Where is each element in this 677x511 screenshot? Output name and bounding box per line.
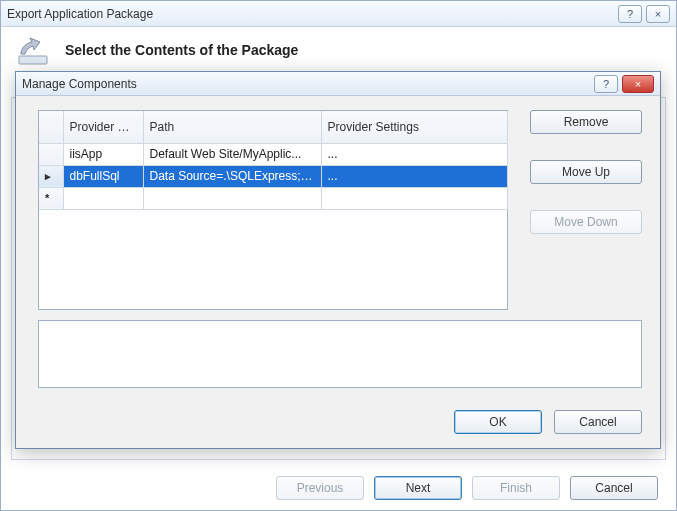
ok-button[interactable]: OK bbox=[454, 410, 542, 434]
outer-close-button[interactable]: × bbox=[646, 5, 670, 23]
next-button[interactable]: Next bbox=[374, 476, 462, 500]
cell-path[interactable]: Data Source=.\SQLExpress;Dat bbox=[143, 165, 321, 187]
svg-rect-0 bbox=[19, 56, 47, 64]
move-down-button: Move Down bbox=[530, 210, 642, 234]
finish-button: Finish bbox=[472, 476, 560, 500]
previous-button: Previous bbox=[276, 476, 364, 500]
col-provider-name[interactable]: Provider Name bbox=[63, 111, 143, 143]
table-row[interactable]: ▸ dbFullSql Data Source=.\SQLExpress;Dat… bbox=[39, 165, 507, 187]
table-row[interactable]: iisApp Default Web Site/MyApplic... ... bbox=[39, 143, 507, 165]
table-new-row[interactable]: * bbox=[39, 187, 507, 209]
cell-path[interactable] bbox=[143, 187, 321, 209]
dialog-footer-buttons: OK Cancel bbox=[454, 410, 642, 434]
inner-help-button[interactable]: ? bbox=[594, 75, 618, 93]
cell-settings[interactable]: ... bbox=[321, 143, 507, 165]
new-row-marker[interactable]: * bbox=[39, 187, 63, 209]
cell-provider[interactable]: dbFullSql bbox=[63, 165, 143, 187]
manage-components-dialog: Manage Components ? × Provider Name Path… bbox=[15, 71, 661, 449]
wizard-header: Select the Contents of the Package bbox=[1, 27, 676, 72]
cell-provider[interactable]: iisApp bbox=[63, 143, 143, 165]
inner-dialog-title: Manage Components bbox=[22, 77, 590, 91]
outer-window-title: Export Application Package bbox=[7, 7, 614, 21]
cell-settings[interactable]: ... bbox=[321, 165, 507, 187]
outer-titlebar: Export Application Package ? × bbox=[1, 1, 676, 27]
inner-close-button[interactable]: × bbox=[622, 75, 654, 93]
wizard-heading: Select the Contents of the Package bbox=[65, 42, 298, 58]
grid-action-buttons: Remove Move Up Move Down bbox=[530, 110, 642, 234]
col-path[interactable]: Path bbox=[143, 111, 321, 143]
move-up-button[interactable]: Move Up bbox=[530, 160, 642, 184]
outer-help-button[interactable]: ? bbox=[618, 5, 642, 23]
remove-button[interactable]: Remove bbox=[530, 110, 642, 134]
export-package-window: Export Application Package ? × Select th… bbox=[0, 0, 677, 511]
row-header[interactable] bbox=[39, 143, 63, 165]
cell-path[interactable]: Default Web Site/MyApplic... bbox=[143, 143, 321, 165]
inner-cancel-button[interactable]: Cancel bbox=[554, 410, 642, 434]
grid-corner[interactable] bbox=[39, 111, 63, 143]
col-provider-settings[interactable]: Provider Settings bbox=[321, 111, 507, 143]
outer-cancel-button[interactable]: Cancel bbox=[570, 476, 658, 500]
cell-settings[interactable] bbox=[321, 187, 507, 209]
wizard-button-row: Previous Next Finish Cancel bbox=[1, 476, 676, 500]
row-header[interactable]: ▸ bbox=[39, 165, 63, 187]
package-icon bbox=[15, 32, 51, 68]
inner-titlebar: Manage Components ? × bbox=[16, 72, 660, 96]
details-panel bbox=[38, 320, 642, 388]
cell-provider[interactable] bbox=[63, 187, 143, 209]
components-grid[interactable]: Provider Name Path Provider Settings iis… bbox=[38, 110, 508, 310]
